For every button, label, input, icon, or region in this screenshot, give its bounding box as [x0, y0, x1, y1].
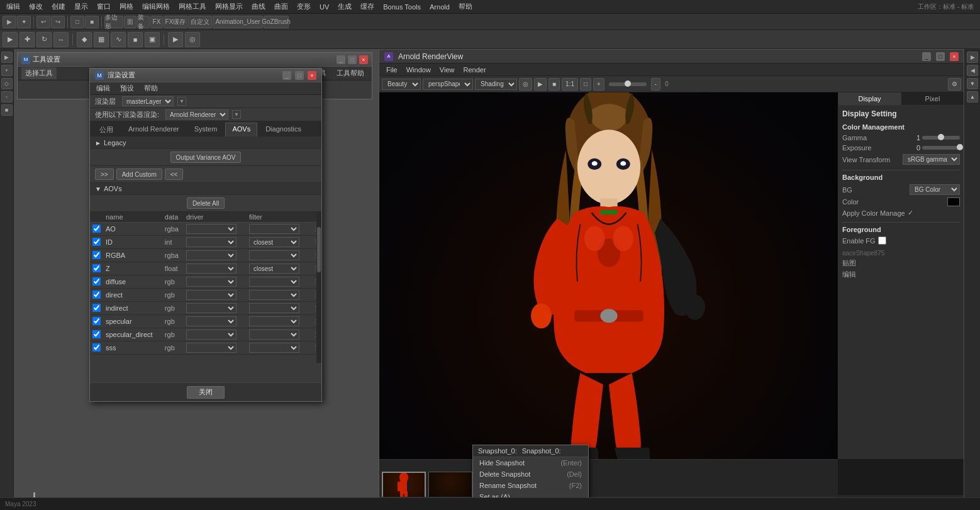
render-cam-btn[interactable]: ◎: [519, 78, 532, 91]
sb-select[interactable]: ▶: [1, 52, 13, 63]
toolbar-undo[interactable]: ↩: [36, 16, 50, 28]
tab-common[interactable]: 公用: [92, 123, 120, 136]
render-stop-btn[interactable]: ■: [548, 78, 560, 91]
aov-checkbox-4[interactable]: [92, 277, 101, 285]
aov-checkbox-0[interactable]: [92, 225, 101, 233]
aov-checkbox-6[interactable]: [92, 304, 101, 312]
aov-driver-sel-5[interactable]: [186, 290, 237, 300]
aov-checkbox-2[interactable]: [92, 251, 101, 259]
renderer-options-btn[interactable]: ▼: [232, 110, 241, 119]
shading-select[interactable]: Shading: [475, 79, 517, 90]
delete-all-btn[interactable]: Delete All: [187, 197, 225, 209]
aov-checkbox-8[interactable]: [92, 330, 101, 338]
icon-grid[interactable]: ▦: [94, 32, 109, 47]
render-settings-btn[interactable]: ⚙: [948, 78, 961, 91]
toolbar-btn-2[interactable]: ✦: [17, 16, 31, 28]
or-btn-3[interactable]: ▼: [967, 78, 978, 89]
aov-driver-sel-9[interactable]: [186, 343, 237, 353]
menu-help[interactable]: 帮助: [455, 1, 476, 13]
tb-7[interactable]: 装备: [137, 16, 150, 28]
aov-driver-sel-4[interactable]: [186, 277, 237, 287]
menu-edit[interactable]: 编辑: [3, 1, 24, 13]
render-menu-window[interactable]: Window: [403, 65, 434, 75]
menu-generate[interactable]: 生成: [334, 1, 355, 13]
icon-render[interactable]: ▶: [168, 32, 183, 47]
aov-checkbox-9[interactable]: [92, 343, 101, 352]
exposure-slider[interactable]: [922, 146, 960, 150]
sb-paint[interactable]: ▫: [1, 91, 13, 103]
renderer-select[interactable]: Arnold Renderer: [165, 109, 228, 119]
aov-filter-sel-0[interactable]: [249, 224, 299, 234]
sb-sculpt[interactable]: ■: [1, 104, 13, 116]
menu-window[interactable]: 窗口: [93, 1, 114, 13]
render-zoom-in[interactable]: +: [593, 78, 604, 91]
ctx-snap2-label[interactable]: Snapshot_0:: [522, 447, 561, 455]
bg-select[interactable]: BG Color: [910, 184, 960, 195]
menu-cache[interactable]: 缓存: [357, 1, 378, 13]
toolbar-btn-1[interactable]: ▶: [3, 16, 16, 28]
tb-5[interactable]: 多边形: [104, 16, 123, 28]
render-win-close[interactable]: ×: [950, 52, 959, 61]
aov-dialog-close[interactable]: ×: [308, 71, 316, 80]
menu-bonus[interactable]: Bonus Tools: [379, 2, 425, 12]
maya-tab-help[interactable]: 工具帮助: [333, 67, 368, 79]
aov-driver-sel-0[interactable]: [186, 224, 237, 234]
tab-arnold[interactable]: Arnold Renderer: [121, 123, 186, 136]
tb-6[interactable]: 面: [124, 16, 136, 28]
toolbar-btn-3[interactable]: □: [70, 16, 84, 28]
ctx-hide[interactable]: Hide Snapshot (Enter): [473, 457, 588, 468]
tb-12[interactable]: GoZBrush: [264, 16, 289, 28]
aov-filter-sel-4[interactable]: [249, 277, 299, 287]
aov-driver-sel-8[interactable]: [186, 330, 237, 340]
render-win-max[interactable]: □: [936, 52, 945, 61]
beauty-select[interactable]: Beauty: [382, 79, 421, 90]
render-ipr-btn[interactable]: ▶: [534, 78, 547, 91]
aov-filter-sel-6[interactable]: [249, 303, 299, 313]
tb-11[interactable]: Animation_User: [213, 16, 263, 28]
or-btn-2[interactable]: ◀: [967, 65, 978, 76]
menu-editmesh[interactable]: 编辑网格: [138, 1, 174, 13]
aov-menu-preset[interactable]: 预设: [118, 82, 136, 94]
tab-system[interactable]: System: [187, 123, 225, 136]
render-win-min[interactable]: _: [922, 52, 931, 61]
btn-right-arrows[interactable]: <<: [165, 169, 184, 180]
layer-select[interactable]: masterLayer: [122, 96, 174, 106]
render-zoom-slider[interactable]: [609, 82, 647, 86]
tab-pixel[interactable]: Pixel: [901, 92, 964, 105]
aov-close-btn[interactable]: 关闭: [187, 386, 225, 399]
tb-10[interactable]: 自定义: [188, 16, 212, 28]
icon-point[interactable]: ■: [128, 32, 143, 47]
aov-driver-sel-6[interactable]: [186, 303, 237, 313]
menu-surfaces[interactable]: 曲面: [270, 1, 292, 13]
aov-dialog-restore[interactable]: □: [295, 71, 304, 80]
render-ratio-btn[interactable]: 1:1: [562, 78, 578, 91]
icon-cam[interactable]: ◎: [185, 32, 200, 47]
maya-tab-select[interactable]: 选择工具: [21, 67, 57, 79]
move-icon[interactable]: ✚: [19, 32, 35, 47]
scale-icon[interactable]: ↔: [53, 32, 69, 47]
gamma-slider[interactable]: [922, 136, 960, 140]
maya-tool-min[interactable]: _: [337, 55, 345, 64]
icon-view[interactable]: ▣: [145, 32, 160, 47]
aov-filter-sel-8[interactable]: [249, 330, 299, 340]
tab-display[interactable]: Display: [838, 92, 901, 105]
menu-display[interactable]: 显示: [70, 1, 92, 13]
sb-lasso[interactable]: ◇: [1, 78, 13, 89]
menu-meshdisplay[interactable]: 网格显示: [211, 1, 247, 13]
layer-options-btn[interactable]: ▼: [177, 97, 186, 106]
aov-filter-sel-9[interactable]: [249, 343, 299, 353]
menu-create[interactable]: 创建: [48, 1, 69, 13]
sb-move[interactable]: +: [1, 65, 13, 76]
toolbar-redo[interactable]: ↪: [51, 16, 65, 28]
aov-filter-sel-3[interactable]: closest: [249, 263, 299, 274]
render-menu-render[interactable]: Render: [460, 65, 489, 75]
viewport[interactable]: M 工具设置 _ □ × 选择工具 重置工具 工具帮助 A Arnold Ren…: [14, 49, 964, 510]
tb-8[interactable]: FX: [150, 16, 163, 28]
aov-checkbox-3[interactable]: [92, 264, 101, 272]
or-btn-1[interactable]: ▶: [967, 52, 978, 63]
select-icon[interactable]: ▶: [3, 32, 18, 47]
aov-filter-sel-7[interactable]: [249, 316, 299, 326]
map-btn[interactable]: 贴图: [842, 258, 960, 268]
tab-diagnostics[interactable]: Diagnostics: [259, 123, 308, 136]
aov-checkbox-5[interactable]: [92, 291, 101, 299]
